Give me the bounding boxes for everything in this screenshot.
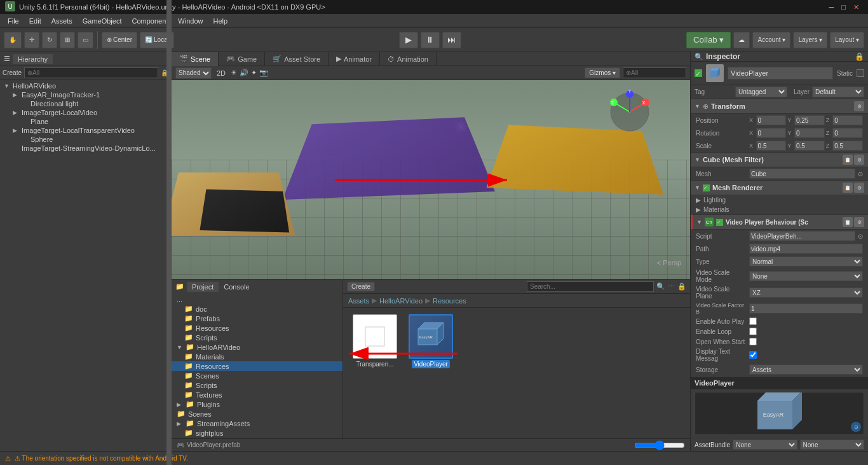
menu-assets[interactable]: Assets bbox=[46, 16, 78, 26]
vscale-mode-select[interactable]: None bbox=[749, 271, 863, 281]
proj-item-dotdot[interactable]: ... bbox=[172, 295, 342, 304]
loop-check[interactable] bbox=[749, 328, 757, 335]
mesh-filter-header[interactable]: ▼ Cube (Mesh Filter) 📋 ⚙ bbox=[691, 152, 868, 167]
menu-help[interactable]: Help bbox=[208, 16, 233, 26]
step-btn[interactable]: ⏭ bbox=[442, 32, 461, 48]
file-item-transparent[interactable]: Transparen... bbox=[349, 314, 400, 368]
audio-btn[interactable]: 🔊 bbox=[240, 69, 248, 77]
layers-btn[interactable]: Layers ▾ bbox=[793, 32, 827, 48]
layer-select[interactable]: Default bbox=[812, 87, 864, 97]
layout-btn[interactable]: Layout ▾ bbox=[830, 32, 864, 48]
rot-y-input[interactable] bbox=[794, 128, 825, 138]
project-tab[interactable]: Project bbox=[187, 282, 219, 292]
hand-tool-btn[interactable]: ✋ bbox=[4, 32, 22, 48]
proj-item-prefabs[interactable]: 📁 Prefabs bbox=[172, 314, 342, 323]
meshfilter-edit-btn[interactable]: 📋 bbox=[843, 155, 853, 165]
tree-item-plane[interactable]: Plane bbox=[0, 117, 171, 126]
menu-file[interactable]: File bbox=[3, 16, 24, 26]
videoplayer-edit-btn[interactable]: 📋 bbox=[843, 217, 853, 227]
vscale-plane-select[interactable]: XZ bbox=[749, 288, 863, 298]
vscale-factor-input[interactable] bbox=[749, 303, 863, 314]
meshrenderer-edit-btn[interactable]: 📋 bbox=[843, 183, 853, 193]
transform-settings-btn[interactable]: ⚙ bbox=[854, 101, 864, 111]
transform-component-header[interactable]: ▼ ⊕ Transform ⚙ bbox=[691, 99, 868, 114]
meshfilter-settings-btn[interactable]: ⚙ bbox=[854, 155, 864, 165]
camera-btn[interactable]: 📷 bbox=[259, 69, 268, 77]
animator-tab[interactable]: ▶ Animator bbox=[329, 52, 380, 66]
hierarchy-search[interactable] bbox=[24, 67, 158, 78]
breadcrumb-resources[interactable]: Resources bbox=[433, 297, 466, 305]
menu-gameobject[interactable]: GameObject bbox=[78, 16, 127, 26]
tree-item-sphere[interactable]: Sphere bbox=[0, 135, 171, 144]
proj-item-resources2[interactable]: 📁 Resources bbox=[172, 361, 342, 371]
project-lock-btn[interactable]: 🔒 bbox=[677, 282, 686, 291]
rot-x-input[interactable] bbox=[756, 128, 787, 138]
scene-view[interactable]: ✳ bbox=[172, 80, 690, 279]
active-checkbox[interactable]: ✓ bbox=[695, 69, 702, 77]
game-tab[interactable]: 🎮 Game bbox=[219, 52, 265, 66]
meshrenderer-settings-btn[interactable]: ⚙ bbox=[854, 183, 864, 193]
inspector-lock-btn[interactable]: 🔒 bbox=[855, 52, 864, 61]
proj-item-scenes[interactable]: 📁 Scenes bbox=[172, 371, 342, 380]
create-project-btn[interactable]: Create bbox=[347, 282, 375, 291]
autoplay-check[interactable] bbox=[749, 317, 757, 325]
script-input[interactable] bbox=[749, 231, 855, 241]
openstart-check[interactable] bbox=[749, 338, 757, 345]
scene-search[interactable] bbox=[623, 67, 686, 78]
assetbundle-select1[interactable]: None bbox=[733, 440, 797, 450]
type-select[interactable]: Normal bbox=[749, 256, 863, 267]
tag-select[interactable]: Untagged bbox=[735, 87, 787, 97]
proj-item-scripts2[interactable]: 📁 Scripts bbox=[172, 380, 342, 390]
mesh-select-btn[interactable]: ⊙ bbox=[858, 170, 863, 177]
account-btn[interactable]: Account ▾ bbox=[752, 32, 790, 48]
rect-tool-btn[interactable]: ▭ bbox=[78, 32, 93, 48]
tree-item-helloarvideo[interactable]: ▼ HelloARVideo bbox=[0, 81, 171, 90]
static-checkbox[interactable] bbox=[857, 69, 864, 77]
script-select-btn[interactable]: ⊙ bbox=[858, 233, 863, 240]
hierarchy-tab[interactable]: Hierarchy bbox=[13, 54, 53, 64]
breadcrumb-helloarvideo[interactable]: HelloARVideo bbox=[379, 297, 423, 305]
sc-z-input[interactable] bbox=[832, 141, 863, 151]
tree-item-dirlight[interactable]: Directional light bbox=[0, 99, 171, 108]
create-btn[interactable]: Create bbox=[3, 69, 22, 76]
proj-item-helloarvideo[interactable]: ▼ 📁 HelloARVideo bbox=[172, 342, 342, 352]
videoplayer-checkbox[interactable]: ✓ bbox=[716, 219, 723, 226]
asset-store-tab[interactable]: 🛒 Asset Store bbox=[265, 52, 329, 66]
proj-item-sightplus[interactable]: 📁 sightplus bbox=[172, 428, 342, 438]
menu-edit[interactable]: Edit bbox=[24, 16, 46, 26]
tree-item-streamvideo[interactable]: ImageTarget-StreamingVideo-DynamicLo... bbox=[0, 144, 171, 153]
proj-item-resources[interactable]: 📁 Resources bbox=[172, 323, 342, 333]
proj-item-textures[interactable]: 📁 Textures bbox=[172, 390, 342, 399]
shading-select[interactable]: Shaded bbox=[175, 67, 212, 79]
play-btn[interactable]: ▶ bbox=[399, 32, 418, 48]
tree-item-easyar[interactable]: ▶ EasyAR_ImageTracker-1 bbox=[0, 90, 171, 99]
console-tab[interactable]: Console bbox=[219, 282, 254, 292]
path-input[interactable] bbox=[749, 244, 863, 254]
tree-item-transvideo[interactable]: ▶ ImageTarget-LocalTransparentVideo bbox=[0, 126, 171, 135]
sc-y-input[interactable] bbox=[794, 141, 825, 151]
move-tool-btn[interactable]: ✛ bbox=[24, 32, 39, 48]
pos-y-input[interactable] bbox=[794, 115, 825, 125]
proj-item-streamingassets[interactable]: ▶ 📁 StreamingAssets bbox=[172, 419, 342, 428]
meshrenderer-checkbox[interactable]: ✓ bbox=[703, 184, 710, 191]
center-btn[interactable]: ⊕ Center bbox=[102, 32, 137, 48]
project-options-btn[interactable]: ⋯ bbox=[668, 282, 675, 291]
rotate-tool-btn[interactable]: ↻ bbox=[42, 32, 57, 48]
minimize-btn[interactable]: ─ bbox=[825, 3, 838, 11]
proj-item-plugins[interactable]: ▶ 📁 Plugins bbox=[172, 399, 342, 409]
cloud-btn[interactable]: ☁ bbox=[733, 32, 750, 48]
object-name-input[interactable] bbox=[728, 67, 833, 80]
displaytext-check[interactable] bbox=[749, 351, 757, 359]
mesh-renderer-header[interactable]: ▼ ✓ Mesh Renderer 📋 ⚙ bbox=[691, 180, 868, 195]
storage-select[interactable]: Assets bbox=[749, 364, 863, 375]
effects-btn[interactable]: ✦ bbox=[251, 69, 257, 77]
2d-btn[interactable]: 2D bbox=[214, 69, 228, 77]
proj-item-scripts[interactable]: 📁 Scripts bbox=[172, 333, 342, 342]
proj-item-materials[interactable]: 📁 Materials bbox=[172, 352, 342, 361]
preview-corner-btn[interactable]: ⊙ bbox=[851, 422, 861, 432]
maximize-btn[interactable]: □ bbox=[837, 3, 850, 11]
pos-z-input[interactable] bbox=[832, 115, 863, 125]
lighting-btn[interactable]: ☀ bbox=[231, 69, 237, 77]
tree-item-locvideo[interactable]: ▶ ImageTarget-LocalVideo bbox=[0, 108, 171, 117]
collab-btn[interactable]: Collab ▾ bbox=[686, 32, 731, 48]
